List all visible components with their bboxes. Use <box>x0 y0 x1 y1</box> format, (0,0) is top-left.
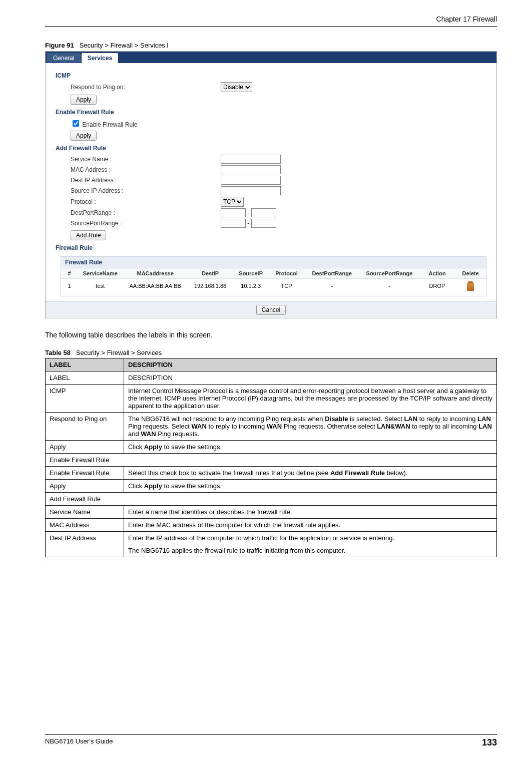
dest-ip-input[interactable] <box>221 176 281 185</box>
label-cell: Enable Firewall Rule <box>46 467 124 480</box>
panel-body: ICMP Respond to Ping on: Disable Apply E… <box>46 63 496 301</box>
fw-td-destport: - <box>304 281 359 294</box>
page-number: 133 <box>482 737 497 748</box>
desc-cell: Select this check box to activate the fi… <box>124 467 497 480</box>
respond-ping-select[interactable]: Disable <box>221 82 252 92</box>
desc-cell: Internet Control Message Protocol is a m… <box>124 385 497 413</box>
tab-bar: General Services <box>46 52 496 63</box>
src-port-from-input[interactable] <box>221 219 246 228</box>
desc-cell: The NBG6716 will not respond to any inco… <box>124 413 497 441</box>
fw-table-row: 1 test AA:BB:AA:BB:AA:BB 192.168.1.88 10… <box>61 279 486 296</box>
protocol-label: Protocol : <box>56 198 221 205</box>
desc-th-label: LABEL <box>46 358 124 371</box>
fw-th-srcip: SourceIP <box>233 268 268 278</box>
service-name-input[interactable] <box>221 155 281 164</box>
protocol-select[interactable]: TCP <box>221 197 244 207</box>
desc-th-desc: DESCRIPTION <box>124 358 497 371</box>
section-cell: Add Firewall Rule <box>46 493 497 506</box>
chapter-header: Chapter 17 Firewall <box>45 15 497 27</box>
tab-general[interactable]: General <box>47 53 81 63</box>
table-num: Table 58 <box>45 349 71 356</box>
desc-cell: Enter a name that identifies or describe… <box>124 506 497 519</box>
fw-td-num: 1 <box>61 281 78 294</box>
fw-th-action: Action <box>419 268 455 278</box>
table-row: Dest IP AddressEnter the IP address of t… <box>46 532 497 557</box>
table-row: Enable Firewall RuleSelect this check bo… <box>46 467 497 480</box>
fw-table-header: # ServiceName MACaddresse DestIP SourceI… <box>61 268 486 279</box>
label-cell: ICMP <box>46 385 124 413</box>
mac-address-label: MAC Address : <box>56 166 221 173</box>
fw-th-service: ServiceName <box>78 268 123 278</box>
src-port-label: SourcePortRange : <box>56 220 221 227</box>
table-row: Respond to Ping onThe NBG6716 will not r… <box>46 413 497 441</box>
fw-th-mac: MACaddresse <box>123 268 188 278</box>
fw-td-delete <box>455 281 486 294</box>
label-cell: LABEL <box>46 371 124 385</box>
apply-button-enable[interactable]: Apply <box>71 131 97 141</box>
add-rule-button[interactable]: Add Rule <box>71 230 106 240</box>
mac-address-input[interactable] <box>221 165 281 174</box>
label-cell: Dest IP Address <box>46 532 124 557</box>
fw-td-proto: TCP <box>269 281 304 294</box>
source-ip-label: Source IP Address : <box>56 187 221 194</box>
fw-th-destip: DestIP <box>188 268 233 278</box>
fw-td-srcip: 10.1.2.3 <box>233 281 268 294</box>
table-row: ApplyClick Apply to save the settings. <box>46 441 497 454</box>
table-row: Service NameEnter a name that identifies… <box>46 506 497 519</box>
figure-title: Security > Firewall > Services l <box>80 42 169 49</box>
source-ip-input[interactable] <box>221 186 281 195</box>
trash-icon[interactable] <box>467 283 474 291</box>
fw-th-destport: DestPortRange <box>304 268 359 278</box>
screenshot-figure: General Services ICMP Respond to Ping on… <box>45 51 497 318</box>
fw-td-service: test <box>78 281 123 294</box>
enable-fw-label: Enable Firewall Rule <box>82 121 137 128</box>
fw-th-srcport: SourcePortRange <box>359 268 419 278</box>
apply-button-icmp[interactable]: Apply <box>71 95 97 105</box>
table-row: ICMPInternet Control Message Protocol is… <box>46 385 497 413</box>
label-cell: Respond to Ping on <box>46 413 124 441</box>
fw-th-proto: Protocol <box>269 268 304 278</box>
table-row: MAC AddressEnter the MAC address of the … <box>46 519 497 532</box>
fw-th-delete: Delete <box>455 268 486 278</box>
label-cell: Apply <box>46 480 124 493</box>
fw-td-srcport: - <box>359 281 419 294</box>
section-fw-rule: Firewall Rule <box>56 244 486 251</box>
figure-caption: Figure 91 Security > Firewall > Services… <box>45 42 497 49</box>
src-port-to-input[interactable] <box>251 219 276 228</box>
desc-cell: Click Apply to save the settings. <box>124 480 497 493</box>
firewall-rule-table: Firewall Rule # ServiceName MACaddresse … <box>61 256 486 296</box>
dest-port-from-input[interactable] <box>221 208 246 217</box>
fw-td-mac: AA:BB:AA:BB:AA:BB <box>123 281 188 294</box>
table-caption: Table 58 Security > Firewall > Services <box>45 349 497 356</box>
label-cell: Service Name <box>46 506 124 519</box>
tab-services[interactable]: Services <box>82 53 118 63</box>
table-row: ApplyClick Apply to save the settings. <box>46 480 497 493</box>
fw-td-destip: 192.168.1.88 <box>188 281 233 294</box>
page-footer: NBG6716 User's Guide 133 <box>45 734 497 748</box>
guide-name: NBG6716 User's Guide <box>45 737 113 748</box>
desc-cell: Enter the IP address of the computer to … <box>124 532 497 557</box>
section-enable-fw: Enable Firewall Rule <box>56 109 486 116</box>
fw-td-action: DROP <box>419 281 455 294</box>
section-cell: Enable Firewall Rule <box>46 454 497 467</box>
cancel-button[interactable]: Cancel <box>256 305 286 315</box>
dest-port-label: DestPortRange : <box>56 209 221 216</box>
desc-cell: Click Apply to save the settings. <box>124 441 497 454</box>
intro-text: The following table describes the labels… <box>45 331 497 339</box>
table-title: Security > Firewall > Services <box>76 349 162 356</box>
figure-num: Figure 91 <box>45 42 74 49</box>
desc-cell: Enter the MAC address of the computer fo… <box>124 519 497 532</box>
section-add-fw: Add Firewall Rule <box>56 145 486 152</box>
label-cell: MAC Address <box>46 519 124 532</box>
table-row: LABELDESCRIPTION <box>46 371 497 385</box>
label-cell: Apply <box>46 441 124 454</box>
section-icmp: ICMP <box>56 72 486 79</box>
dest-ip-label: Dest IP Address : <box>56 177 221 184</box>
table-row: Enable Firewall Rule <box>46 454 497 467</box>
table-row: Add Firewall Rule <box>46 493 497 506</box>
enable-fw-checkbox[interactable] <box>73 120 79 127</box>
dest-port-to-input[interactable] <box>251 208 276 217</box>
bottom-button-row: Cancel <box>46 301 496 318</box>
fw-box-title: Firewall Rule <box>61 257 486 268</box>
desc-cell: DESCRIPTION <box>124 371 497 385</box>
